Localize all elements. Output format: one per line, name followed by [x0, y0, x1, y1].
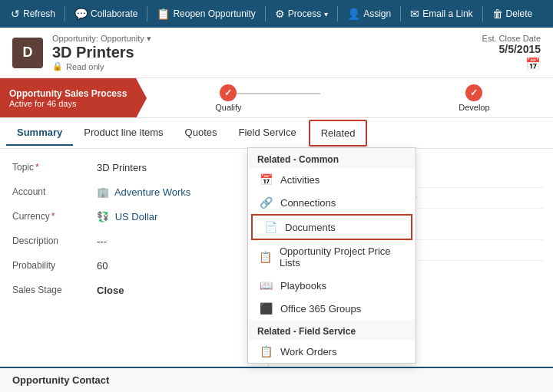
record-header: D Opportunity: Opportunity ▾ 3D Printers…: [0, 28, 553, 78]
separator: [147, 6, 147, 21]
step-circle-develop: ✓: [465, 84, 482, 101]
est-close-date: 5/5/2015: [482, 43, 541, 55]
sales-stage-value: Close: [97, 285, 124, 296]
topic-label: Topic*: [12, 162, 97, 173]
form-row-account: Account 🏢 Adventure Works: [0, 180, 268, 204]
assign-button[interactable]: 👤 Assign: [341, 5, 397, 23]
step-label-develop: Develop: [459, 103, 489, 112]
playbooks-icon: 📖: [259, 279, 273, 292]
dropdown-item-activities[interactable]: 📅 Activities: [248, 168, 416, 191]
breadcrumb[interactable]: Opportunity: Opportunity ▾: [52, 34, 151, 44]
form-row-sales-stage: Sales Stage Close: [0, 278, 268, 302]
dropdown-item-playbooks[interactable]: 📖 Playbooks: [248, 274, 416, 297]
currency-icon: 💱: [97, 211, 109, 222]
description-value: ---: [97, 236, 107, 247]
activities-icon: 📅: [259, 173, 273, 186]
probability-label: Probability: [12, 260, 97, 271]
delete-button[interactable]: 🗑 Delete: [486, 5, 539, 23]
sales-stage-label: Sales Stage: [12, 285, 97, 295]
lock-icon: 🔒: [52, 61, 63, 71]
process-icon: ⚙: [275, 8, 285, 20]
probability-value: 60: [97, 260, 108, 272]
account-link[interactable]: Adventure Works: [114, 186, 190, 198]
currency-link[interactable]: US Dollar: [115, 211, 158, 222]
process-button[interactable]: ⚙ Process ▾: [269, 5, 334, 23]
description-label: Description: [12, 236, 97, 246]
tab-related[interactable]: Related: [309, 120, 368, 147]
form-row-probability: Probability 60: [0, 253, 268, 278]
readonly-indicator: 🔒 Read only: [52, 61, 151, 71]
account-icon: 🏢: [97, 186, 109, 198]
reopen-icon: 📋: [157, 8, 170, 20]
process-label: Opportunity Sales Process Active for 46 …: [0, 78, 136, 117]
process-step-develop[interactable]: ✓ Develop: [428, 84, 520, 112]
calendar-icon[interactable]: 📅: [482, 57, 541, 71]
reopen-button[interactable]: 📋 Reopen Opportunity: [151, 5, 261, 23]
opportunity-contact-label: Opportunity Contact: [12, 374, 109, 386]
est-close-label: Est. Close Date: [482, 34, 541, 43]
email-link-button[interactable]: ✉ Email a Link: [404, 5, 478, 23]
tab-product-line-items[interactable]: Product line items: [73, 120, 174, 146]
assign-icon: 👤: [347, 8, 360, 20]
required-star: *: [35, 162, 39, 173]
separator: [400, 6, 401, 21]
record-title: 3D Printers: [52, 44, 151, 61]
process-steps: ✓ Qualify ✓ Develop: [136, 78, 553, 117]
connections-icon: 🔗: [259, 196, 273, 209]
tab-bar: Summary Product line items Quotes Field …: [0, 118, 553, 149]
form-row-topic: Topic* 3D Printers: [0, 155, 268, 180]
form-row-currency: Currency* 💱 US Dollar: [0, 204, 268, 229]
dropdown-section-field-service: Related - Field Service: [248, 320, 416, 340]
collaborate-button[interactable]: 💬 Collaborate: [68, 5, 144, 23]
record-header-left: D Opportunity: Opportunity ▾ 3D Printers…: [12, 34, 151, 71]
separator: [265, 6, 266, 21]
breadcrumb-arrow: ▾: [147, 34, 151, 43]
account-value: 🏢 Adventure Works: [97, 186, 190, 198]
record-info: Opportunity: Opportunity ▾ 3D Printers 🔒…: [52, 34, 151, 71]
topic-value: 3D Printers: [97, 162, 147, 173]
office365-icon: ⬛: [259, 302, 273, 315]
chevron-down-icon: ▾: [324, 10, 328, 18]
refresh-button[interactable]: ↺ Refresh: [5, 5, 61, 23]
collaborate-icon: 💬: [75, 8, 88, 20]
tab-field-service[interactable]: Field Service: [228, 120, 307, 146]
email-icon: ✉: [410, 8, 419, 20]
step-circle-qualify: ✓: [220, 84, 237, 101]
process-step-qualify[interactable]: ✓ Qualify: [182, 84, 274, 112]
documents-icon: 📄: [263, 221, 277, 233]
currency-label: Currency*: [12, 211, 97, 222]
toolbar: ↺ Refresh 💬 Collaborate 📋 Reopen Opportu…: [0, 0, 553, 28]
process-bar: Opportunity Sales Process Active for 46 …: [0, 78, 553, 118]
refresh-icon: ↺: [11, 8, 20, 20]
separator: [337, 6, 338, 21]
process-arrow: [136, 78, 147, 118]
tab-quotes[interactable]: Quotes: [174, 120, 228, 146]
dropdown-item-documents[interactable]: 📄 Documents: [251, 214, 412, 240]
dropdown-item-connections[interactable]: 🔗 Connections: [248, 191, 416, 214]
record-avatar: D: [12, 38, 43, 68]
separator: [482, 6, 483, 21]
step-label-qualify: Qualify: [215, 103, 241, 112]
dropdown-item-opp-price-lists[interactable]: 📋 Opportunity Project Price Lists: [248, 240, 416, 274]
est-close-section: Est. Close Date 5/5/2015 📅: [482, 34, 541, 71]
form-section: Topic* 3D Printers Account 🏢 Adventure W…: [0, 149, 269, 392]
tab-summary[interactable]: Summary: [6, 120, 73, 146]
currency-value: 💱 US Dollar: [97, 211, 157, 222]
related-dropdown: Related - Common 📅 Activities 🔗 Connecti…: [247, 147, 416, 364]
dropdown-item-work-orders[interactable]: 📋 Work Orders: [248, 340, 416, 363]
tab-area: Summary Product line items Quotes Field …: [0, 118, 553, 149]
delete-icon: 🗑: [492, 8, 503, 20]
dropdown-section-common: Related - Common: [248, 148, 416, 168]
separator: [65, 6, 65, 21]
work-orders-icon: 📋: [259, 345, 273, 357]
step-line: [228, 93, 320, 94]
bottom-section: Opportunity Contact: [0, 367, 553, 392]
form-row-description: Description ---: [0, 229, 268, 253]
required-star: *: [51, 211, 55, 222]
dropdown-item-office365[interactable]: ⬛ Office 365 Groups: [248, 297, 416, 320]
account-label: Account: [12, 186, 97, 197]
opp-price-icon: 📋: [259, 251, 272, 263]
